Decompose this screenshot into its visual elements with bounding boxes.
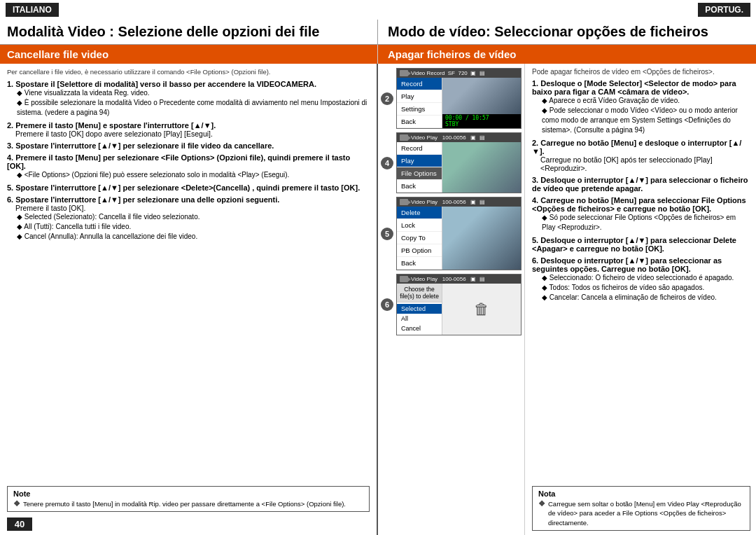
nota-box: Nota ❖ Carregue sem soltar o botão [Menu… xyxy=(532,486,750,531)
cam-menu-5: Delete Lock Copy To PB Option Back xyxy=(397,207,442,270)
menu-item-lock-5[interactable]: Lock xyxy=(397,219,442,232)
page: ITALIANO PORTUG. Modalità Video : Selezi… xyxy=(0,0,756,535)
section-header-right: Apagar ficheiros de vídeo xyxy=(378,45,756,64)
right-step-2: 2. Carregue no botão [Menu] e desloque o… xyxy=(532,139,750,172)
cam-menu-2: Record Play Settings Back xyxy=(397,78,442,128)
cam-panel-5-header: Video Play 100-0056 ▣ ▤ xyxy=(397,197,521,207)
menu-item-copyto-5[interactable]: Copy To xyxy=(397,232,442,244)
right-text-column: Pode apagar ficheiros de vídeo em <Opçõe… xyxy=(525,64,756,535)
camera-icon-5 xyxy=(400,199,408,205)
note-text: Tenere premuto il tasto [Menu] in modali… xyxy=(23,499,346,508)
cam-panel-6-body: Choose the file(s) to delete Selected Al… xyxy=(397,284,521,335)
camera-icon-4 xyxy=(400,134,408,141)
note-label: Note xyxy=(13,489,363,498)
right-step-3: 3. Desloque o interruptor [▲/▼] para sel… xyxy=(532,176,750,193)
trash-icon: 🗑 xyxy=(474,300,489,319)
nota-text: Carregue sem soltar o botão [Menu] em Vi… xyxy=(548,499,744,527)
panel-num-2: 2 xyxy=(381,92,393,105)
delete-option-selected[interactable]: Selected xyxy=(397,304,442,314)
cam-panel-5-body: Delete Lock Copy To PB Option Back xyxy=(397,207,521,270)
cam-menu-4: Record Play File Options Back xyxy=(397,142,442,193)
panel-num-5: 5 xyxy=(381,228,393,240)
cam-panel-2-header: Video Record SF 720 ▣ ▤ xyxy=(397,69,521,78)
menu-item-delete-5[interactable]: Delete xyxy=(397,207,442,219)
main-title-right: Modo de vídeo: Seleccionar opções de fic… xyxy=(378,20,756,44)
right-step-5: 5. Desloque o interruptor [▲/▼] para sel… xyxy=(532,236,750,253)
cam-panel-5: Video Play 100-0056 ▣ ▤ Delete Lock Copy… xyxy=(396,197,522,270)
right-step-1: 1. Desloque o [Mode Selector] <Selector … xyxy=(532,79,750,135)
menu-item-back[interactable]: Back xyxy=(397,116,442,128)
right-step-4: 4. Carregue no botão [Menu] para selecci… xyxy=(532,196,750,232)
menu-item-play-4[interactable]: Play xyxy=(397,155,442,167)
step-6: 6. Spostare l'interruttore [▲/▼] per sel… xyxy=(7,195,370,242)
cam-panel-2: Video Record SF 720 ▣ ▤ Record Play Sett… xyxy=(396,68,522,129)
page-number: 40 xyxy=(7,517,32,531)
delete-menu: Choose the file(s) to delete Selected Al… xyxy=(397,284,442,335)
menu-item-back-4[interactable]: Back xyxy=(397,180,442,193)
delete-option-cancel[interactable]: Cancel xyxy=(397,324,442,333)
cam-panel-4: Video Play 100-0056 ▣ ▤ Record Play File… xyxy=(396,132,522,193)
menu-item-fileoptions-4[interactable]: File Options xyxy=(397,167,442,180)
lang-tag-left: ITALIANO xyxy=(6,3,59,17)
menu-item-record[interactable]: Record xyxy=(397,78,442,90)
content: Per cancellare i file video, è necessari… xyxy=(0,64,756,535)
menu-item-back-5[interactable]: Back xyxy=(397,257,442,270)
step-2: 2. Premere il tasto [Menu] e spostare l'… xyxy=(7,121,370,138)
menu-item-play[interactable]: Play xyxy=(397,90,442,103)
menu-item-settings[interactable]: Settings xyxy=(397,103,442,116)
cam-panel-6: Video Play 100-0056 ▣ ▤ Choose the file(… xyxy=(396,274,522,335)
menu-item-pboption-5[interactable]: PB Option xyxy=(397,244,442,257)
right-intro: Pode apagar ficheiros de vídeo em <Opçõe… xyxy=(532,68,750,76)
step-1: 1. Spostare il [Selettore di modalità] v… xyxy=(7,80,370,118)
panel-num-6: 6 xyxy=(381,298,393,311)
cam-status-2: 00:00 / 10:57 STBY xyxy=(442,114,521,128)
delete-option-all[interactable]: All xyxy=(397,314,442,324)
delete-prompt: Choose the file(s) to delete xyxy=(397,284,442,303)
menu-item-record-4[interactable]: Record xyxy=(397,142,442,155)
cam-panel-6-header: Video Play 100-0056 ▣ ▤ xyxy=(397,275,521,284)
delete-options: Selected All Cancel xyxy=(397,303,442,335)
left-intro: Per cancellare i file video, è necessari… xyxy=(7,68,370,76)
camera-icon xyxy=(400,70,408,76)
lang-bar: ITALIANO PORTUG. xyxy=(0,0,756,20)
step-3: 3. Spostare l'interruttore [▲/▼] per sel… xyxy=(7,141,370,150)
lang-tag-right: PORTUG. xyxy=(698,3,750,17)
section-header-left: Cancellare file video xyxy=(0,45,378,64)
panel-4-wrapper: 4 Video Play 100-0056 ▣ ▤ Record Play Fi… xyxy=(396,132,522,193)
step-5: 5. Spostare l'interruttore [▲/▼] per sel… xyxy=(7,183,370,192)
right-column: 2 Video Record SF 720 ▣ ▤ Record Play Se… xyxy=(378,64,756,535)
panel-6-wrapper: 6 Video Play 100-0056 ▣ ▤ Choose the fil… xyxy=(396,274,522,335)
section-headers: Cancellare file video Apagar ficheiros d… xyxy=(0,45,756,64)
step-4: 4. Premere il tasto [Menu] per seleziona… xyxy=(7,153,370,180)
panel-2-wrapper: 2 Video Record SF 720 ▣ ▤ Record Play Se… xyxy=(396,68,522,129)
camera-icon-6 xyxy=(400,276,408,282)
note-box: Note ❖ Tenere premuto il tasto [Menu] in… xyxy=(7,486,370,512)
left-column: Per cancellare i file video, è necessari… xyxy=(0,64,378,535)
main-titles: Modalità Video : Selezione delle opzioni… xyxy=(0,20,756,45)
panel-5-wrapper: 5 Video Play 100-0056 ▣ ▤ Delete Lock Co… xyxy=(396,197,522,270)
cam-panel-2-body: Record Play Settings Back 00:00 / 10:57 … xyxy=(397,78,521,128)
cam-panel-4-header: Video Play 100-0056 ▣ ▤ xyxy=(397,133,521,142)
main-title-left: Modalità Video : Selezione delle opzioni… xyxy=(0,20,378,44)
nota-label: Nota xyxy=(538,489,744,498)
panel-num-4: 4 xyxy=(381,157,393,169)
cam-panel-4-body: Record Play File Options Back xyxy=(397,142,521,193)
right-step-6: 6. Desloque o interruptor [▲/▼] para sel… xyxy=(532,256,750,303)
